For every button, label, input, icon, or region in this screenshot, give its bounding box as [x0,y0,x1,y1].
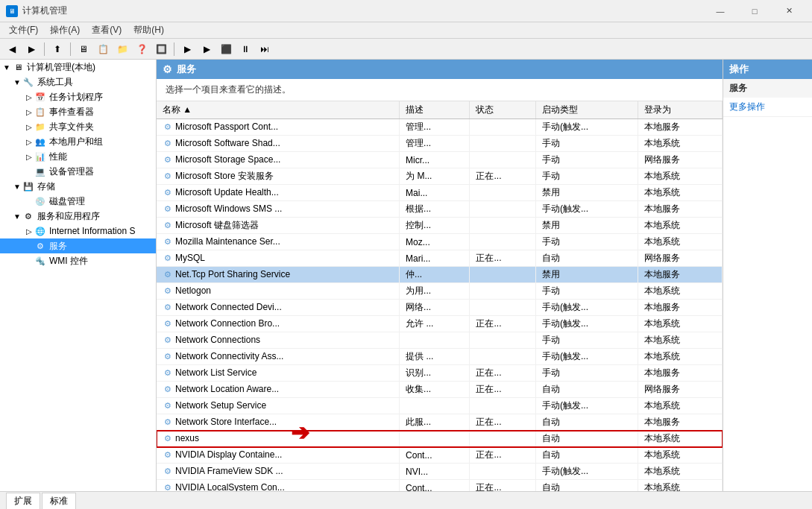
svc-icon: ⚙ [163,270,173,280]
svc-name: ⚙Microsoft Storage Space... [157,152,400,168]
col-logon[interactable]: 登录为 [638,101,723,119]
table-row[interactable]: ⚙Microsoft 键盘筛选器控制...禁用本地系统 [157,218,723,234]
close-button[interactable]: ✕ [772,0,806,22]
toolbar-icon5[interactable]: 🔲 [152,41,170,57]
menu-help[interactable]: 帮助(H) [128,22,170,38]
table-row[interactable]: ⚙Network Connections手动本地系统 [157,332,723,349]
table-row[interactable]: ⚙Microsoft Software Shad...管理...手动本地系统 [157,136,723,152]
table-row[interactable]: ⚙Microsoft Windows SMS ...根据...手动(触发...本… [157,201,723,218]
services-table-wrapper[interactable]: 名称 ▲ 描述 状态 启动类型 登录为 ⚙Microsoft Passport … [157,101,723,491]
tree-item-performance[interactable]: ▷ 📊 性能 [0,149,156,164]
toolbar-restart[interactable]: ⏭ [256,41,274,57]
col-startup[interactable]: 启动类型 [536,101,638,119]
table-row[interactable]: ⚙NVIDIA Display Containe...Cont...正在...自… [157,447,723,464]
svc-name-text: NVIDIA FrameView SDK ... [175,466,283,476]
table-row[interactable]: ⚙NVIDIA FrameView SDK ...NVI...手动(触发...本… [157,464,723,480]
col-desc[interactable]: 描述 [400,101,470,119]
tree-item-shared-folders[interactable]: ▷ 📁 共享文件夹 [0,119,156,134]
svc-logon: 本地系统 [638,136,723,152]
svc-startup: 手动 [536,152,638,168]
minimize-button[interactable]: — [703,0,737,22]
svc-name: ⚙Network Location Aware... [157,382,400,398]
tree-item-wmi[interactable]: 🔩 WMI 控件 [0,253,156,268]
tree-item-services-apps[interactable]: ▼ ⚙ 服务和应用程序 [0,209,156,224]
maximize-button[interactable]: □ [737,0,772,22]
menu-view[interactable]: 查看(V) [86,22,128,38]
tree-item-iis[interactable]: ▷ 🌐 Internet Information S [0,224,156,238]
ops-item-services[interactable]: 服务 [723,79,812,98]
tree-item-task-scheduler[interactable]: ▷ 📅 任务计划程序 [0,89,156,104]
table-row[interactable]: ⚙Network Store Interface...此服...正在...自动本… [157,414,723,431]
svc-startup: 手动(触发... [536,300,638,316]
svc-startup: 自动 [536,382,638,398]
toolbar-play[interactable]: ▶ [178,41,196,57]
svc-name-text: Netlogon [175,285,211,296]
expand-icon-12: ▷ [24,227,34,235]
ops-item-more[interactable]: 更多操作 [723,98,812,117]
table-row[interactable]: ⚙nexus自动本地系统 [157,431,723,447]
table-row[interactable]: ⚙Network Connection Bro...允许 ...正在...手动(… [157,316,723,332]
toolbar-up[interactable]: ⬆ [48,41,66,57]
svc-name: ⚙Microsoft Passport Cont... [157,119,400,136]
table-row[interactable]: ⚙Network Connectivity Ass...提供 ...手动(触发.… [157,349,723,365]
table-row[interactable]: ⚙Mozilla Maintenance Ser...Moz...手动本地系统 [157,234,723,250]
tree-item-event-viewer[interactable]: ▷ 📋 事件查看器 [0,104,156,119]
tree-item-system-tools[interactable]: ▼ 🔧 系统工具 [0,75,156,89]
svc-desc: 识别... [400,365,470,382]
toolbar-icon3[interactable]: 📁 [113,41,131,57]
table-row[interactable]: ⚙Net.Tcp Port Sharing Service仲...禁用本地服务 [157,267,723,283]
table-row[interactable]: ⚙Network List Service识别...正在...手动本地服务 [157,365,723,382]
toolbar-pause[interactable]: ⏸ [236,41,254,57]
table-row[interactable]: ⚙MySQLMari...正在...自动网络服务 [157,250,723,267]
toolbar-icon1[interactable]: 🖥 [75,41,92,57]
table-row[interactable]: ⚙Netlogon为用...手动本地系统 [157,283,723,300]
tree-item-device-manager[interactable]: 💻 设备管理器 [0,164,156,179]
status-tab-expand[interactable]: 扩展 [6,493,40,509]
svc-logon: 本地系统 [638,168,723,185]
toolbar-icon4[interactable]: ❓ [133,41,151,57]
table-row[interactable]: ⚙Microsoft Store 安装服务为 M...正在...手动本地系统 [157,168,723,185]
table-row[interactable]: ⚙NVIDIA LocalSystem Con...Cont...正在...自动… [157,480,723,492]
svc-name: ⚙Net.Tcp Port Sharing Service [157,267,400,283]
toolbar-back[interactable]: ◀ [3,41,21,57]
menu-file[interactable]: 文件(F) [3,22,44,38]
svc-startup: 自动 [536,431,638,447]
svc-status [470,218,536,234]
svc-logon: 本地系统 [638,349,723,365]
table-row[interactable]: ⚙Microsoft Update Health...Mai...禁用本地系统 [157,185,723,201]
status-tab-standard[interactable]: 标准 [42,493,76,509]
table-row[interactable]: ⚙Network Location Aware...收集...正在...自动网络… [157,382,723,398]
svc-icon: ⚙ [163,303,173,313]
svc-desc [400,332,470,349]
tree-label-services: 服务 [49,240,67,253]
folder-icon: 📁 [34,121,46,133]
svc-desc: Cont... [400,447,470,464]
table-row[interactable]: ⚙Microsoft Passport Cont...管理...手动(触发...… [157,119,723,136]
svc-name-text: Microsoft 键盘筛选器 [175,220,259,230]
tree-item-services[interactable]: ⚙ 服务 [0,238,156,253]
svc-name: ⚙Netlogon [157,283,400,300]
svc-startup: 手动(触发... [536,349,638,365]
col-status[interactable]: 状态 [470,101,536,119]
svc-desc: 管理... [400,136,470,152]
svc-name-text: Microsoft Storage Space... [175,154,280,165]
svc-desc: 收集... [400,382,470,398]
tree-item-storage[interactable]: ▼ 💾 存储 [0,179,156,194]
tree-item-local-users[interactable]: ▷ 👥 本地用户和组 [0,134,156,149]
toolbar-stop[interactable]: ⬛ [217,41,235,57]
ops-header: 操作 [723,60,812,79]
svc-icon: ⚙ [163,221,173,231]
wmi-icon: 🔩 [34,255,46,267]
toolbar-icon2[interactable]: 📋 [94,41,112,57]
col-name[interactable]: 名称 ▲ [157,101,400,119]
menu-action[interactable]: 操作(A) [44,22,86,38]
table-row[interactable]: ⚙Network Setup Service手动(触发...本地系统 [157,398,723,414]
svc-startup: 手动 [536,234,638,250]
tree-item-root[interactable]: ▼ 🖥 计算机管理(本地) [0,60,156,75]
toolbar-play2[interactable]: ▶ [198,41,215,57]
toolbar-forward[interactable]: ▶ [22,41,40,57]
table-row[interactable]: ⚙Microsoft Storage Space...Micr...手动网络服务 [157,152,723,168]
svc-name: ⚙nexus [157,431,400,447]
table-row[interactable]: ⚙Network Connected Devi...网络...手动(触发...本… [157,300,723,316]
tree-item-disk-mgmt[interactable]: 💿 磁盘管理 [0,194,156,209]
